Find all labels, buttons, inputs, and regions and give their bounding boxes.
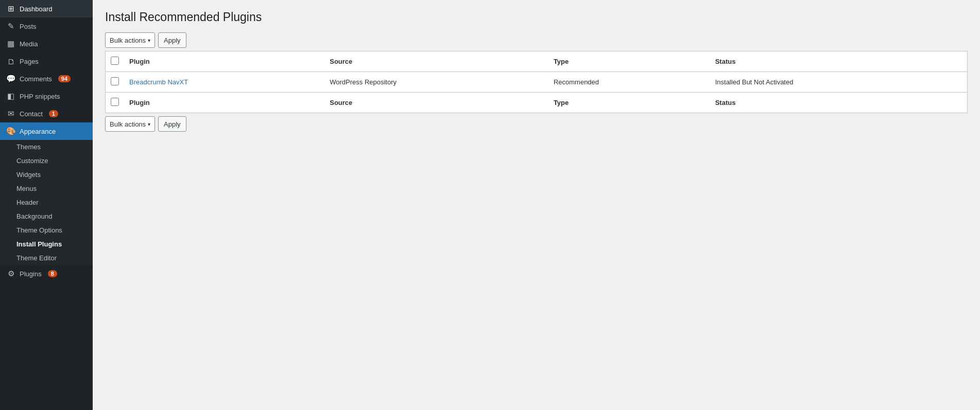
top-table-controls: Bulk actions ▾ Apply [105,32,968,48]
sidebar-item-label: Pages [20,58,39,65]
php-snippets-icon: ◧ [6,92,15,101]
sidebar: ⊞ Dashboard ✎ Posts ▦ Media 🗋 Pages 💬 Co… [0,0,93,410]
sidebar-item-contact[interactable]: ✉ Contact 1 [0,105,93,122]
row-status: Installed But Not Activated [710,72,968,93]
sidebar-item-widgets[interactable]: Widgets [0,168,93,182]
comments-icon: 💬 [6,74,15,83]
media-icon: ▦ [6,39,15,48]
plugin-link[interactable]: Breadcrumb NavXT [129,78,188,86]
sidebar-item-background[interactable]: Background [0,209,93,223]
sidebar-item-label: Comments [20,75,52,83]
sidebar-item-theme-options[interactable]: Theme Options [0,223,93,237]
table-footer-header-row: Plugin Source Type Status [106,93,968,113]
header-plugin: Plugin [124,51,324,72]
sidebar-item-label: Media [20,40,38,48]
sidebar-item-label: Dashboard [20,5,53,13]
sidebar-item-media[interactable]: ▦ Media [0,35,93,52]
sidebar-item-label: Plugins [20,270,42,278]
footer-checkbox-col [106,93,125,113]
header-type: Type [548,51,710,72]
sidebar-item-posts[interactable]: ✎ Posts [0,17,93,35]
posts-icon: ✎ [6,22,15,31]
select-all-checkbox[interactable] [111,57,119,65]
page-title: Install Recommended Plugins [105,10,968,24]
row-type: Recommended [548,72,710,93]
table-header-row: Plugin Source Type Status [106,51,968,72]
header-source: Source [324,51,548,72]
top-apply-button[interactable]: Apply [158,32,186,48]
contact-icon: ✉ [6,109,15,118]
bottom-apply-button[interactable]: Apply [158,116,186,132]
sidebar-item-appearance[interactable]: 🎨 Appearance [0,122,93,140]
sidebar-item-pages[interactable]: 🗋 Pages [0,52,93,70]
appearance-submenu: Themes Customize Widgets Menus Header Ba… [0,140,93,265]
row-plugin-name: Breadcrumb NavXT [124,72,324,93]
chevron-down-icon: ▾ [148,121,150,127]
plugins-icon: ⚙ [6,269,15,278]
row-checkbox-cell [106,72,125,93]
sidebar-item-plugins[interactable]: ⚙ Plugins 8 [0,265,93,282]
bottom-bulk-actions-select[interactable]: Bulk actions ▾ [105,116,155,132]
dashboard-icon: ⊞ [6,4,15,13]
header-status: Status [710,51,968,72]
main-content: Install Recommended Plugins Bulk actions… [93,0,980,410]
contact-badge: 1 [49,110,58,117]
footer-header-status: Status [710,93,968,113]
plugins-badge: 8 [48,270,57,277]
sidebar-item-theme-editor[interactable]: Theme Editor [0,251,93,265]
sidebar-item-install-plugins[interactable]: Install Plugins [0,237,93,251]
sidebar-item-label: Posts [20,23,37,30]
row-source: WordPress Repository [324,72,548,93]
sidebar-item-menus[interactable]: Menus [0,182,93,195]
header-checkbox-col [106,51,125,72]
appearance-icon: 🎨 [6,127,15,136]
sidebar-item-label: Appearance [20,128,56,135]
top-bulk-actions-select[interactable]: Bulk actions ▾ [105,32,155,48]
sidebar-item-dashboard[interactable]: ⊞ Dashboard [0,0,93,17]
footer-header-plugin: Plugin [124,93,324,113]
sidebar-item-comments[interactable]: 💬 Comments 94 [0,70,93,87]
bottom-bulk-actions-label: Bulk actions [110,120,146,128]
sidebar-item-header[interactable]: Header [0,195,93,209]
sidebar-item-label: PHP snippets [20,93,60,100]
top-bulk-actions-label: Bulk actions [110,37,146,44]
sidebar-item-themes[interactable]: Themes [0,140,93,154]
plugins-table: Plugin Source Type Status Breadcrumb Nav… [105,51,968,113]
footer-select-all-checkbox[interactable] [111,98,119,106]
sidebar-item-php-snippets[interactable]: ◧ PHP snippets [0,87,93,105]
sidebar-item-label: Contact [20,110,43,118]
sidebar-item-customize[interactable]: Customize [0,154,93,168]
chevron-down-icon: ▾ [148,38,150,43]
row-checkbox[interactable] [111,77,119,85]
table-row: Breadcrumb NavXT WordPress Repository Re… [106,72,968,93]
pages-icon: 🗋 [6,57,15,66]
footer-header-source: Source [324,93,548,113]
comments-badge: 94 [58,75,71,82]
bottom-table-controls: Bulk actions ▾ Apply [105,116,968,132]
footer-header-type: Type [548,93,710,113]
